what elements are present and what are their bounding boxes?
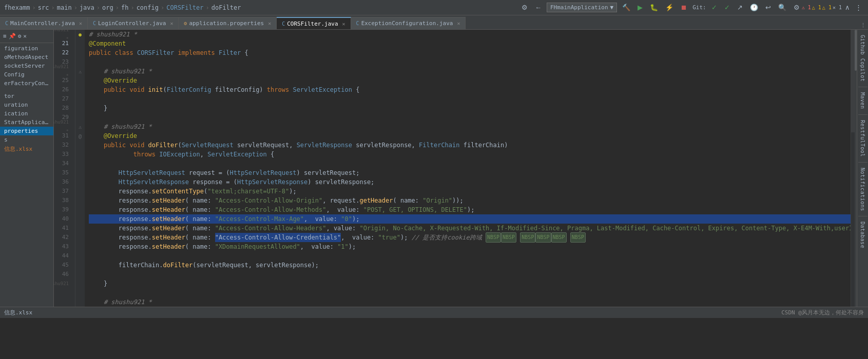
tab-cors-filter[interactable]: C CORSFilter.java ✕ [277, 17, 351, 29]
code-line-28[interactable]: } [89, 104, 851, 113]
sidebar-items: figuration oMethodAspect socketServer Co… [0, 43, 53, 155]
code-line-25[interactable]: @Override [89, 76, 851, 85]
code-line-47[interactable]: } [89, 279, 851, 288]
app-window: fhexamm › src › main › java › org › fh ›… [0, 0, 868, 318]
scroll-thumb[interactable] [855, 30, 857, 71]
more-btn[interactable]: ⋮ [853, 3, 864, 12]
ln-38: 38 [54, 196, 72, 205]
sidebar-item-6[interactable]: uration [0, 101, 53, 109]
gutter-26 [75, 76, 85, 85]
code-line-46 [89, 270, 851, 279]
code-line-40[interactable]: response.setHeader( name: "Access-Contro… [89, 214, 851, 224]
gutter-empty [75, 242, 85, 251]
panel-database[interactable]: Database [859, 218, 866, 251]
run-config[interactable]: FHmainApplication ▼ [547, 3, 617, 12]
sidebar-item-4[interactable]: erFactoryConfigura [0, 79, 53, 88]
code-line-32[interactable]: public void doFilter(ServletRequest serv… [89, 141, 851, 150]
sidebar-item-1[interactable]: oMethodAspect [0, 53, 53, 62]
code-line-38[interactable]: response.setHeader( name: "Access-Contro… [89, 196, 851, 205]
left-sidebar: ≡ 📌 ⚙ ✕ figuration oMethodAspect socketS… [0, 30, 54, 307]
sidebar-item-7[interactable]: ication [0, 109, 53, 118]
code-line-36[interactable]: HttpServletResponse response = (HttpServ… [89, 177, 851, 187]
run-btn[interactable]: ▶ [635, 3, 645, 12]
status-file: 信息.xlsx [4, 309, 32, 316]
code-line-29 [89, 113, 851, 122]
panel-restfultool[interactable]: RestfulTool [859, 117, 866, 160]
sidebar-item-2[interactable]: socketServer [0, 62, 53, 70]
code-line-22[interactable]: public class CORSFilter implements Filte… [89, 48, 851, 57]
code-line-33[interactable]: throws IOException, ServletException { [89, 150, 851, 159]
gutter-22 [75, 39, 85, 48]
sidebar-item-5[interactable]: tor [0, 92, 53, 101]
expand-btn[interactable]: ∧ [843, 3, 852, 12]
code-line-41[interactable]: response.setHeader( name: "Access-Contro… [89, 224, 851, 233]
gutter-empty [75, 104, 85, 113]
gutter-empty [75, 141, 85, 150]
run-profile-btn[interactable]: ⚙ [519, 3, 530, 12]
back-btn[interactable]: ← [533, 3, 544, 12]
code-line-35[interactable]: HttpServletRequest request = (HttpServle… [89, 168, 851, 177]
code-line-45[interactable]: filterChain.doFilter(servletRequest, ser… [89, 261, 851, 270]
ln-30-author: shushu921 * [54, 122, 72, 131]
java-icon: C [356, 21, 359, 26]
error-indicators: ⚠ 1 △ 1 △ 1 ✕ 1 ∧ ⋮ [802, 3, 864, 12]
gutter-25: ⚠ [75, 67, 85, 76]
panel-notifications[interactable]: Notifications [859, 165, 866, 214]
ln-43: 43 [54, 242, 72, 251]
tab-app-properties[interactable]: ⚙ application.properties ✕ [179, 17, 277, 29]
sidebar-item-file[interactable]: 信息.xlsx [0, 144, 53, 154]
tab-close-icon[interactable]: ✕ [457, 21, 460, 26]
sidebar-item-properties[interactable]: properties [0, 127, 53, 135]
gutter: ● ⚠ ⚠ @ [75, 30, 85, 307]
sidebar-item-8[interactable]: StartApplication [0, 118, 53, 127]
ln-author: shushu921 * [54, 30, 72, 39]
sidebar-item-0[interactable]: figuration [0, 44, 53, 53]
debug-btn[interactable]: 🐛 [648, 3, 660, 12]
git-label: Git: [692, 4, 706, 11]
code-line-21[interactable]: @Component [89, 39, 851, 48]
ln-33: 33 [54, 150, 72, 159]
status-watermark: CSDN @风月本无边，何处不容身 [781, 309, 864, 316]
tab-close-icon[interactable]: ✕ [342, 21, 345, 27]
gutter-empty [75, 233, 85, 242]
minimap-thumb[interactable] [851, 30, 855, 132]
tab-close-icon[interactable]: ✕ [79, 21, 82, 26]
settings-btn[interactable]: ⚙ [792, 3, 802, 12]
git-check-btn[interactable]: ✓ [709, 3, 719, 12]
sidebar-item-9[interactable]: s [0, 135, 53, 144]
tab-main-controller[interactable]: C MainController.java ✕ [0, 17, 88, 29]
panel-github-copilot[interactable]: Github Copilot [859, 32, 866, 85]
git-check2-btn[interactable]: ✓ [722, 3, 732, 12]
tab-exception-config[interactable]: C ExceptionConfiguration.java ✕ [351, 17, 466, 29]
search-btn[interactable]: 🔍 [776, 3, 788, 12]
code-line-31[interactable]: @Override [89, 131, 851, 141]
ln-41: 41 [54, 224, 72, 233]
ln-24: shushu921 * [54, 67, 72, 76]
tab-close-icon[interactable]: ✕ [268, 21, 271, 26]
warn-count1: △ 1 [812, 5, 821, 10]
gutter-32: @ [75, 131, 85, 141]
code-line-42[interactable]: response.setHeader( name: "Access-Contro… [89, 233, 851, 242]
tab-close-icon[interactable]: ✕ [170, 21, 173, 26]
git-undo-btn[interactable]: ↩ [763, 3, 773, 12]
code-line-26[interactable]: public void init(FilterConfig filterConf… [89, 85, 851, 94]
ln-27: 27 [54, 94, 72, 104]
error-count: ⚠ 1 [802, 5, 811, 10]
props-icon: ⚙ [184, 21, 187, 26]
git-arrow-btn[interactable]: ↗ [735, 3, 745, 12]
code-line-24: # shushu921 * [89, 67, 851, 76]
code-line-43[interactable]: response.setHeader( name: "XDomainReques… [89, 242, 851, 251]
coverage-btn[interactable]: ⚡ [663, 3, 676, 12]
toolbar-right: ⚙ ← FHmainApplication ▼ 🔨 ▶ 🐛 ⚡ ⏹ Git: ✓… [519, 3, 802, 12]
code-line-37[interactable]: response.setContentType("textml;charset=… [89, 187, 851, 196]
stop-btn[interactable]: ⏹ [679, 3, 689, 12]
code-line-39[interactable]: response.setHeader( name: "Access-Contro… [89, 205, 851, 214]
tab-login-controller[interactable]: C LoginController.java ✕ [88, 17, 179, 29]
panel-maven[interactable]: Maven [859, 89, 866, 112]
tabs-more-btn[interactable]: ⋮ [858, 22, 868, 29]
sidebar-close-icon[interactable]: ✕ [23, 33, 27, 39]
sidebar-item-3[interactable]: Config [0, 70, 53, 79]
gutter-empty [75, 214, 85, 224]
git-clock-btn[interactable]: 🕐 [748, 3, 760, 12]
build-btn[interactable]: 🔨 [620, 3, 632, 12]
